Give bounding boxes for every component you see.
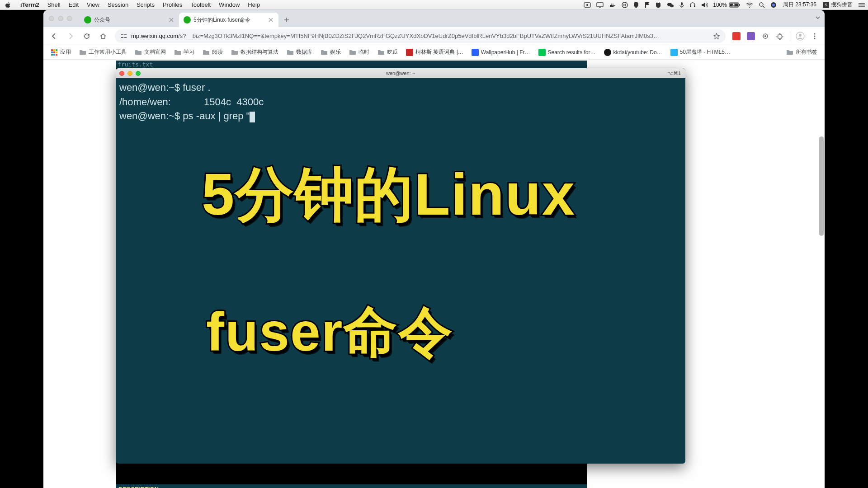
menubar-flag-icon[interactable] <box>642 2 652 8</box>
apps-button[interactable]: 应用 <box>47 47 75 58</box>
site-settings-icon[interactable] <box>120 33 127 40</box>
tab-0-favicon-icon <box>84 16 91 23</box>
iterm-titlebar: wen@wen: ~ ⌥⌘1 <box>116 68 685 78</box>
tab-list-dropdown[interactable] <box>815 14 821 23</box>
extension-gear-icon[interactable] <box>759 30 772 42</box>
svg-rect-24 <box>121 34 123 35</box>
bookmark-folder-1[interactable]: 文档官网 <box>131 47 170 58</box>
terminal-cursor <box>250 112 255 122</box>
extension-translate-icon[interactable] <box>745 30 757 42</box>
svg-rect-39 <box>53 52 55 53</box>
bookmark-star-icon[interactable] <box>713 33 720 40</box>
svg-rect-37 <box>56 49 57 51</box>
chrome-window: 公众号 5分钟的Linux-fuser命令 mp.weixin.qq.com/s… <box>43 10 825 488</box>
window-traffic-lights[interactable] <box>49 16 72 21</box>
back-button[interactable] <box>47 29 61 43</box>
all-bookmarks-button[interactable]: 所有书签 <box>783 47 821 58</box>
tab-1[interactable]: 5分钟的Linux-fuser命令 <box>179 13 278 27</box>
menubar-help[interactable]: Help <box>244 1 264 8</box>
svg-rect-13 <box>739 4 740 6</box>
bookmark-link-13[interactable]: 50层魔塔 - HTML5… <box>667 47 734 58</box>
reload-button[interactable] <box>80 29 94 43</box>
menubar-battery[interactable]: 100% <box>710 2 743 8</box>
bookmark-folder-4[interactable]: 数据结构与算法 <box>227 47 282 58</box>
bookmark-link-10[interactable]: WallpaperHub | Fr… <box>468 47 534 58</box>
menubar-shell[interactable]: Shell <box>43 1 65 8</box>
bookmark-folder-5[interactable]: 数据库 <box>283 47 316 58</box>
minimize-dot[interactable] <box>58 16 63 21</box>
menubar-app-name[interactable]: iTerm2 <box>16 1 43 8</box>
svg-point-34 <box>814 38 816 39</box>
svg-text:S: S <box>825 3 827 7</box>
svg-rect-26 <box>124 34 127 35</box>
menubar-hammerspoon-icon[interactable] <box>619 2 631 8</box>
svg-line-16 <box>763 6 764 8</box>
menubar-siri-icon[interactable] <box>768 2 779 8</box>
menubar-ime[interactable]: S 搜狗拼音 <box>820 1 855 9</box>
svg-point-1 <box>586 4 588 6</box>
menubar-spotlight-icon[interactable] <box>756 2 768 8</box>
bookmark-folder-6[interactable]: 娱乐 <box>317 47 344 58</box>
menubar-toolbelt[interactable]: Toolbelt <box>186 1 215 8</box>
menubar-cat-icon[interactable] <box>652 2 664 8</box>
bookmark-folder-8[interactable]: 吃瓜 <box>374 47 401 58</box>
menubar-profiles[interactable]: Profiles <box>159 1 186 8</box>
menubar-display-icon[interactable] <box>594 2 606 8</box>
terminal-body[interactable]: wen@wen:~$ fuser . /home/wen: 1504c 4300… <box>116 78 685 464</box>
chrome-menu-button[interactable] <box>808 30 821 42</box>
bookmark-folder-3[interactable]: 阅读 <box>199 47 226 58</box>
menubar-wechat-icon[interactable] <box>664 2 677 8</box>
maximize-dot[interactable] <box>67 16 72 21</box>
menubar-edit[interactable]: Edit <box>65 1 83 8</box>
menubar-clock[interactable]: 周日 23:57:36 <box>779 1 820 9</box>
menubar-scripts[interactable]: Scripts <box>132 1 159 8</box>
menubar-control-center-icon[interactable] <box>855 2 868 8</box>
menubar-wifi-icon[interactable] <box>743 2 756 8</box>
svg-point-31 <box>799 34 802 37</box>
apple-logo-icon <box>5 2 11 8</box>
macos-menubar: iTerm2 Shell Edit View Session Scripts P… <box>0 0 868 10</box>
video-overlay-title-2: fuser命令 <box>206 295 453 368</box>
scrollbar-thumb[interactable] <box>819 136 824 236</box>
bookmark-link-9[interactable]: 柯林斯 英语词典 |… <box>402 47 467 58</box>
bookmark-folder-0[interactable]: 工作常用小工具 <box>75 47 130 58</box>
address-bar[interactable]: mp.weixin.qq.com/s?__biz=Mzg3OTk3MzI1NQ=… <box>115 29 726 43</box>
svg-rect-27 <box>124 37 127 38</box>
svg-rect-40 <box>56 52 57 53</box>
terminal-line-2: /home/wen: 1504c 4300c <box>119 96 264 108</box>
extension-abp-icon[interactable] <box>730 30 743 42</box>
iterm-traffic-lights[interactable] <box>119 71 141 76</box>
tab-1-close-icon[interactable] <box>268 17 274 23</box>
new-tab-button[interactable] <box>280 14 293 26</box>
tab-0-close-icon[interactable] <box>168 17 175 23</box>
tab-strip: 公众号 5分钟的Linux-fuser命令 <box>43 10 825 27</box>
profile-avatar[interactable] <box>794 30 807 42</box>
menubar-shield-icon[interactable] <box>631 2 642 8</box>
iterm-close-icon[interactable] <box>119 71 124 76</box>
svg-rect-2 <box>597 3 603 7</box>
bookmark-link-12[interactable]: kkdai/youtube: Do… <box>600 47 666 58</box>
close-dot[interactable] <box>49 16 54 21</box>
video-frame: fruits.txt wen@wen: ~ ⌥⌘1 wen@wen:~$ fus… <box>116 61 587 488</box>
menubar-mic-icon[interactable] <box>677 2 687 8</box>
forward-button[interactable] <box>63 29 78 43</box>
bookmark-folder-2[interactable]: 学习 <box>170 47 198 58</box>
menubar-docker-icon[interactable] <box>606 2 619 8</box>
iterm-minimize-icon[interactable] <box>127 71 132 76</box>
menubar-headphones-icon[interactable] <box>687 2 698 8</box>
menubar-window[interactable]: Window <box>215 1 244 8</box>
iterm-maximize-icon[interactable] <box>136 71 141 76</box>
svg-point-29 <box>764 35 766 37</box>
page-content: fruits.txt wen@wen: ~ ⌥⌘1 wen@wen:~$ fus… <box>43 60 825 488</box>
page-scrollbar[interactable] <box>818 109 825 488</box>
extensions-button[interactable] <box>774 30 786 42</box>
menubar-session[interactable]: Session <box>104 1 132 8</box>
tab-0[interactable]: 公众号 <box>80 13 179 27</box>
menubar-record-icon[interactable] <box>581 2 594 8</box>
bookmark-folder-7[interactable]: 临时 <box>345 47 373 58</box>
home-button[interactable] <box>96 29 110 43</box>
menubar-volume-icon[interactable] <box>698 2 710 8</box>
menubar-view[interactable]: View <box>83 1 104 8</box>
svg-rect-25 <box>121 37 123 38</box>
bookmark-link-11[interactable]: Search results for… <box>535 47 599 58</box>
